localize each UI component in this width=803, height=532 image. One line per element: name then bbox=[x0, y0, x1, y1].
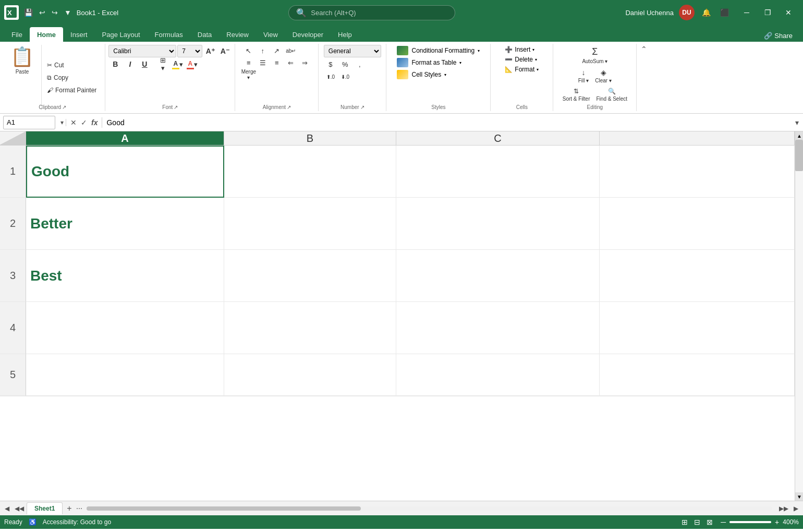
notifications-button[interactable]: 🔔 bbox=[700, 6, 713, 19]
select-all-button[interactable] bbox=[0, 131, 26, 145]
row-header-5[interactable]: 5 bbox=[0, 354, 26, 396]
font-name-select[interactable]: Calibri bbox=[108, 45, 176, 57]
number-expand-icon[interactable]: ↗ bbox=[360, 104, 364, 110]
wrap-text-button[interactable]: ab↵ bbox=[284, 45, 298, 56]
cell-c5[interactable] bbox=[396, 354, 600, 396]
align-center-button[interactable]: ☰ bbox=[256, 57, 270, 68]
zoom-out-button[interactable]: ─ bbox=[719, 518, 727, 526]
minimize-button[interactable]: ─ bbox=[736, 4, 757, 21]
search-input[interactable] bbox=[311, 9, 447, 17]
vertical-scrollbar[interactable]: ▲ ▼ bbox=[795, 131, 803, 501]
cell-a3[interactable]: Best bbox=[26, 250, 224, 302]
zoom-in-button[interactable]: + bbox=[773, 518, 781, 526]
normal-view-button[interactable]: ⊞ bbox=[679, 517, 690, 527]
cell-b2[interactable] bbox=[224, 198, 396, 250]
find-select-button[interactable]: 🔍 Find & Select bbox=[594, 86, 630, 103]
percent-button[interactable]: % bbox=[338, 58, 352, 70]
column-header-a[interactable]: A bbox=[26, 131, 224, 145]
tab-help[interactable]: Help bbox=[331, 27, 359, 42]
scrollbar-thumb[interactable] bbox=[795, 140, 803, 171]
format-as-table-button[interactable]: Format as Table ▾ bbox=[394, 57, 483, 68]
delete-button[interactable]: ➖ Delete ▾ bbox=[503, 55, 541, 64]
merge-cells-button[interactable]: Merge ▾ bbox=[242, 69, 256, 80]
fill-button[interactable]: ↓ Fill ▾ bbox=[576, 67, 592, 85]
formula-input[interactable] bbox=[102, 118, 791, 127]
format-painter-button[interactable]: 🖌Format Painter bbox=[44, 84, 100, 96]
align-right-button[interactable]: ≡ bbox=[270, 57, 284, 68]
underline-button[interactable]: U bbox=[138, 58, 151, 70]
align-left-button[interactable]: ≡ bbox=[242, 57, 256, 68]
decrease-indent-button[interactable]: ⇐ bbox=[284, 57, 298, 68]
save-button[interactable]: 💾 bbox=[22, 6, 35, 19]
page-break-view-button[interactable]: ⊠ bbox=[704, 517, 715, 527]
alignment-expand-icon[interactable]: ↗ bbox=[287, 104, 291, 110]
align-top-left-button[interactable]: ↖ bbox=[242, 45, 256, 56]
cell-a4[interactable] bbox=[26, 302, 224, 354]
font-size-select[interactable]: 7 bbox=[177, 45, 202, 57]
name-box[interactable] bbox=[3, 116, 55, 129]
share-button[interactable]: 🔗Share bbox=[759, 30, 798, 42]
scroll-sheets-left-button[interactable]: ◀ bbox=[2, 504, 12, 513]
cell-a2[interactable]: Better bbox=[26, 198, 224, 250]
redo-button[interactable]: ↪ bbox=[50, 6, 60, 19]
bold-button[interactable]: B bbox=[108, 58, 122, 70]
expand-formula-icon[interactable]: ▾ bbox=[60, 119, 64, 126]
tab-insert[interactable]: Insert bbox=[63, 27, 95, 42]
font-color-button[interactable]: A ▾ bbox=[185, 58, 199, 70]
cell-b3[interactable] bbox=[224, 250, 396, 302]
tab-developer[interactable]: Developer bbox=[285, 27, 331, 42]
sort-filter-button[interactable]: ⇅ Sort & Filter bbox=[560, 86, 593, 103]
tab-data[interactable]: Data bbox=[190, 27, 219, 42]
increase-decimal-button[interactable]: ⬆.0 bbox=[324, 71, 337, 82]
cell-a1[interactable]: Good bbox=[26, 146, 224, 198]
cell-b4[interactable] bbox=[224, 302, 396, 354]
clipboard-expand-icon[interactable]: ↗ bbox=[62, 104, 66, 110]
comma-button[interactable]: , bbox=[353, 58, 367, 70]
autosum-button[interactable]: Σ AutoSum ▾ bbox=[579, 45, 610, 66]
tab-home[interactable]: Home bbox=[30, 27, 63, 42]
customize-qat-button[interactable]: ▼ bbox=[62, 6, 74, 19]
cell-b1[interactable] bbox=[224, 146, 396, 198]
search-box[interactable]: 🔍 bbox=[288, 5, 455, 20]
cancel-formula-button[interactable]: ✕ bbox=[69, 117, 78, 128]
tab-file[interactable]: File bbox=[4, 27, 30, 42]
collapse-ribbon-button[interactable]: ⌃ bbox=[638, 45, 650, 53]
ribbon-display-button[interactable]: ⬛ bbox=[718, 6, 731, 19]
increase-indent-button[interactable]: ⇒ bbox=[298, 57, 312, 68]
column-header-b[interactable]: B bbox=[224, 131, 396, 145]
cell-c4[interactable] bbox=[396, 302, 600, 354]
tab-page-layout[interactable]: Page Layout bbox=[95, 27, 148, 42]
scroll-sheets-right-button[interactable]: ▶ bbox=[791, 504, 801, 513]
row-header-1[interactable]: 1 bbox=[0, 146, 26, 198]
align-top-center-button[interactable]: ↑ bbox=[256, 45, 270, 56]
increase-font-button[interactable]: A⁺ bbox=[203, 45, 217, 57]
close-button[interactable]: ✕ bbox=[778, 4, 799, 21]
h-scrollbar-thumb[interactable] bbox=[87, 506, 361, 511]
insert-function-button[interactable]: fx bbox=[90, 117, 99, 128]
expand-formula-bar-button[interactable]: ▾ bbox=[791, 116, 803, 129]
italic-button[interactable]: I bbox=[123, 58, 137, 70]
cell-a5[interactable] bbox=[26, 354, 224, 396]
cut-button[interactable]: ✂Cut bbox=[44, 59, 100, 71]
sheet-tab-sheet1[interactable]: Sheet1 bbox=[27, 502, 63, 514]
cell-b5[interactable] bbox=[224, 354, 396, 396]
borders-button[interactable]: ⊞ ▾ bbox=[156, 58, 169, 70]
scroll-sheets-right-first-button[interactable]: ▶▶ bbox=[776, 504, 791, 513]
undo-button[interactable]: ↩ bbox=[37, 6, 47, 19]
column-header-c[interactable]: C bbox=[396, 131, 600, 145]
scroll-up-button[interactable]: ▲ bbox=[795, 131, 803, 140]
cell-styles-button[interactable]: Cell Styles ▾ bbox=[394, 69, 483, 80]
scroll-sheets-first-button[interactable]: ◀◀ bbox=[12, 504, 27, 513]
copy-button[interactable]: ⧉Copy bbox=[44, 72, 100, 83]
cell-c3[interactable] bbox=[396, 250, 600, 302]
tab-review[interactable]: Review bbox=[219, 27, 256, 42]
row-header-2[interactable]: 2 bbox=[0, 198, 26, 250]
user-avatar[interactable]: DU bbox=[679, 5, 695, 20]
currency-button[interactable]: $ bbox=[324, 58, 337, 70]
tab-view[interactable]: View bbox=[256, 27, 285, 42]
add-sheet-button[interactable]: + bbox=[63, 503, 76, 514]
zoom-slider[interactable] bbox=[729, 521, 771, 523]
clear-button[interactable]: ◈ Clear ▾ bbox=[592, 67, 614, 85]
restore-button[interactable]: ❐ bbox=[757, 4, 778, 21]
cell-c1[interactable] bbox=[396, 146, 600, 198]
